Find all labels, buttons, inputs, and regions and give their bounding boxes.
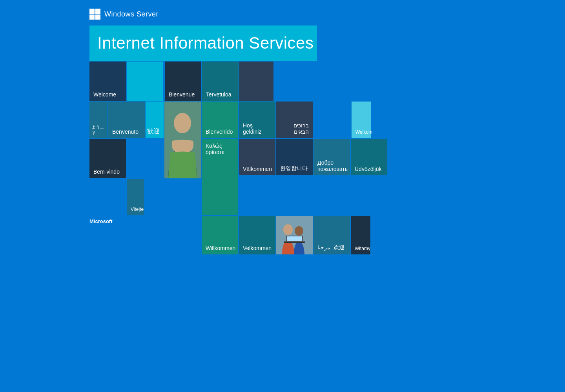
tile-vitejte[interactable]: Vitejte: [127, 179, 144, 215]
windows-server-header: Windows Server: [89, 9, 159, 20]
svg-point-4: [295, 226, 303, 236]
tile-dobro[interactable]: Добро пожаловать: [313, 139, 350, 175]
tile-cyan-1[interactable]: [127, 62, 163, 101]
svg-rect-7: [287, 236, 302, 241]
windows-server-label: Windows Server: [104, 10, 159, 18]
tile-kalos[interactable]: Καλώς ορίσατε: [202, 139, 238, 215]
tile-kanji[interactable]: 歓迎: [146, 102, 164, 138]
tile-udvozoljuk[interactable]: Üdvözöljük: [351, 139, 387, 175]
windows-logo-icon: [89, 9, 100, 20]
tile-bienvenue[interactable]: Bienvenue: [165, 62, 201, 101]
person-image-icon: [164, 102, 201, 178]
tile-tervetuloa[interactable]: Tervetuloa: [202, 62, 239, 101]
microsoft-footer: Microsoft: [89, 218, 403, 224]
tile-yokoso[interactable]: ようこそ: [89, 102, 108, 138]
tile-dark-top[interactable]: [239, 62, 273, 101]
tile-brukhim[interactable]: ברוכים הבאים: [276, 102, 313, 138]
svg-point-1: [174, 113, 191, 133]
tile-photo-1: [164, 102, 201, 178]
tile-valkommen[interactable]: Välkommen: [239, 139, 275, 175]
main-content: Internet Information Services Welcome Bi…: [89, 25, 403, 228]
iis-title: Internet Information Services: [97, 34, 313, 53]
tile-bem-vindo[interactable]: Bem-vindo: [89, 139, 126, 178]
tile-bienvenido[interactable]: Bienvenido: [202, 102, 238, 138]
tile-welcome[interactable]: Welcome: [89, 62, 126, 101]
tile-benvenuto[interactable]: Benvenuto: [108, 102, 145, 138]
iis-banner: Internet Information Services: [89, 25, 317, 61]
tile-hos-geldiniz[interactable]: Hoş geldiniz: [239, 102, 275, 138]
tile-hwan-yeong[interactable]: 환영합니다: [276, 139, 313, 175]
tile-welkom[interactable]: Welkom: [352, 102, 371, 138]
svg-point-3: [283, 224, 293, 235]
microsoft-label: Microsoft: [89, 218, 113, 224]
tile-grid: Welcome Bienvenue Tervetuloa ようこそ Benven…: [89, 62, 403, 218]
